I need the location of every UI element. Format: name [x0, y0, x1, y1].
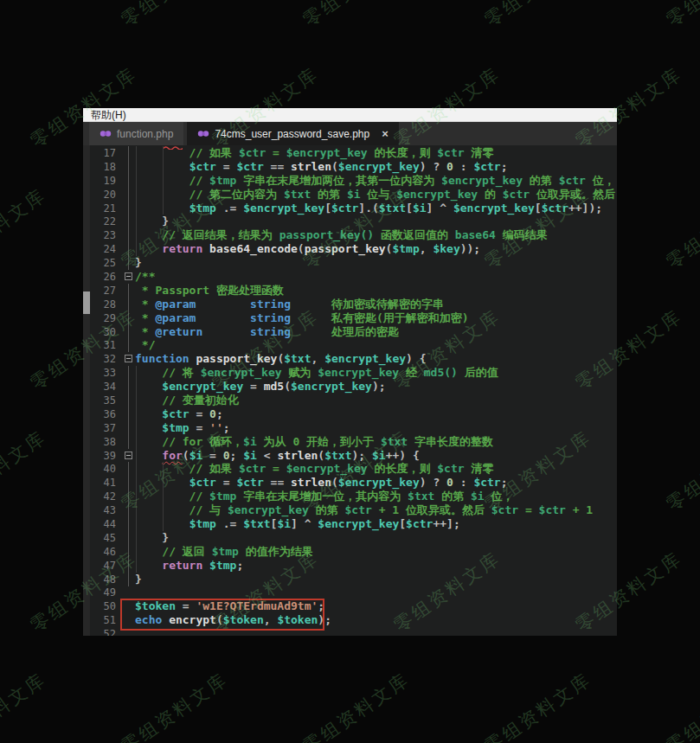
- code-line[interactable]: 22 }: [90, 215, 617, 228]
- code-text: echo encrypt($token, $token);: [135, 613, 331, 627]
- line-number: 28: [90, 298, 123, 311]
- fold-guide: [123, 531, 135, 545]
- watermark-text: 零组资料文库: [480, 0, 596, 32]
- code-line[interactable]: 42 // $tmp 字串在末尾增加一位，其内容为 $txt 的第 $i 位，: [90, 490, 617, 503]
- code-line[interactable]: 35 // 变量初始化: [90, 394, 617, 407]
- code-line[interactable]: 36 $ctr = 0;: [90, 407, 617, 421]
- fold-guide: [123, 462, 135, 476]
- line-number: 25: [90, 257, 123, 269]
- code-line[interactable]: 51echo encrypt($token, $token);: [90, 613, 617, 627]
- php-file-icon: [197, 129, 209, 138]
- fold-guide: [123, 503, 135, 517]
- line-number: 36: [90, 408, 123, 420]
- code-line[interactable]: 38 // for 循环，$i 为从 0 开始，到小于 $txt 字串长度的整数: [90, 435, 617, 449]
- code-line[interactable]: 49: [90, 586, 617, 600]
- code-editor[interactable]: 17 // 如果 $ctr = $encrypt_key 的长度，则 $ctr …: [83, 145, 617, 636]
- tab-bar: function.php 74cms_user_password_save.ph…: [83, 122, 617, 145]
- code-line[interactable]: 50$token = 'w1E?QTErdmuAd9tm';: [90, 599, 617, 613]
- line-number: 50: [90, 600, 123, 612]
- fold-collapse-icon[interactable]: [123, 352, 135, 366]
- line-number: 51: [90, 614, 123, 626]
- fold-guide: [123, 573, 135, 586]
- fold-collapse-icon[interactable]: [123, 449, 135, 463]
- code-line[interactable]: 48}: [90, 573, 617, 586]
- fold-collapse-icon[interactable]: [123, 270, 135, 284]
- watermark-text: 零组资料文库: [0, 667, 51, 743]
- tab-74cms-user-password-save-php[interactable]: 74cms_user_password_save.php ×: [187, 122, 398, 145]
- code-line[interactable]: 52: [90, 627, 617, 636]
- line-number: 44: [90, 518, 123, 530]
- code-text: // 返回结果，结果为 passport_key() 函数返回值的 base64…: [135, 228, 548, 242]
- fold-guide: [123, 586, 135, 600]
- line-number: 33: [90, 367, 123, 379]
- code-line[interactable]: 25}: [90, 256, 617, 270]
- code-line[interactable]: 31 */: [90, 338, 617, 352]
- line-number: 46: [90, 546, 123, 558]
- code-text: }: [135, 531, 169, 545]
- code-line[interactable]: 26/**: [90, 270, 617, 284]
- code-text: */: [135, 338, 155, 352]
- code-line[interactable]: 39 for($i = 0; $i < strlen($txt); $i++) …: [90, 449, 617, 463]
- fold-guide: [123, 517, 135, 531]
- fold-guide: [123, 242, 135, 256]
- line-number: 48: [90, 573, 123, 586]
- code-text: for($i = 0; $i < strlen($txt); $i++) {: [135, 449, 420, 463]
- code-text: * Passport 密匙处理函数: [135, 284, 284, 298]
- code-line[interactable]: 17 // 如果 $ctr = $encrypt_key 的长度，则 $ctr …: [90, 146, 617, 160]
- code-line[interactable]: 44 $tmp .= $txt[$i] ^ $encrypt_key[$ctr+…: [90, 517, 617, 531]
- code-line[interactable]: 46 // 返回 $tmp 的值作为结果: [90, 545, 617, 559]
- line-number: 37: [90, 422, 123, 434]
- code-line[interactable]: 43 // 与 $encrypt_key 的第 $ctr + 1 位取异或。然后…: [90, 503, 617, 517]
- fold-guide: [123, 202, 135, 215]
- line-number: 42: [90, 490, 123, 503]
- code-line[interactable]: 40 // 如果 $ctr = $encrypt_key 的长度，则 $ctr …: [90, 462, 617, 476]
- code-text: }: [135, 215, 169, 228]
- scrollbar-thumb[interactable]: [83, 291, 90, 314]
- tab-label: function.php: [117, 128, 173, 140]
- fold-guide: [123, 325, 135, 339]
- fold-guide: [123, 146, 135, 160]
- line-number: 41: [90, 477, 123, 489]
- line-number: 19: [90, 175, 123, 187]
- code-line[interactable]: 24 return base64_encode(passport_key($tm…: [90, 242, 617, 256]
- fold-guide: [123, 394, 135, 407]
- code-text: return $tmp;: [135, 559, 243, 573]
- watermark-text: 零组资料文库: [0, 425, 51, 516]
- menu-item-help[interactable]: 帮助(H): [87, 108, 130, 122]
- code-line[interactable]: 37 $tmp = '';: [90, 421, 617, 435]
- code-line[interactable]: 33 // 将 $encrypt_key 赋为 $encrypt_key 经 m…: [90, 366, 617, 380]
- tab-function-php[interactable]: function.php: [89, 122, 183, 145]
- code-text: // $tmp 字串在末尾增加两位，其第一位内容为 $encrypt_key 的…: [135, 174, 615, 188]
- fold-guide: [123, 298, 135, 311]
- line-number: 17: [90, 147, 123, 159]
- left-scrollbar-track[interactable]: [83, 145, 90, 636]
- code-line[interactable]: 20 // 第二位内容为 $txt 的第 $i 位与 $encrypt_key …: [90, 188, 617, 202]
- code-text: // 如果 $ctr = $encrypt_key 的长度，则 $ctr 清零: [135, 146, 493, 160]
- code-line[interactable]: 45 }: [90, 531, 617, 545]
- code-text: return base64_encode(passport_key($tmp, …: [135, 242, 480, 256]
- code-line[interactable]: 41 $ctr = $ctr == strlen($encrypt_key) ?…: [90, 476, 617, 490]
- code-text: $ctr = $ctr == strlen($encrypt_key) ? 0 …: [135, 476, 508, 490]
- code-line[interactable]: 27 * Passport 密匙处理函数: [90, 284, 617, 298]
- code-line[interactable]: 32function passport_key($txt, $encrypt_k…: [90, 352, 617, 366]
- fold-guide: [123, 284, 135, 298]
- line-number: 23: [90, 229, 123, 241]
- code-line[interactable]: 19 // $tmp 字串在末尾增加两位，其第一位内容为 $encrypt_ke…: [90, 174, 617, 188]
- editor-window: 帮助(H) function.php 74cms_user_password_s…: [83, 108, 617, 636]
- close-tab-icon[interactable]: ×: [382, 128, 389, 139]
- code-text: $ctr = 0;: [135, 407, 223, 421]
- code-text: // $tmp 字串在末尾增加一位，其内容为 $txt 的第 $i 位，: [135, 490, 514, 503]
- code-line[interactable]: 30 * @return string 处理后的密匙: [90, 325, 617, 339]
- watermark-text: 零组资料文库: [662, 425, 700, 516]
- code-text: // 与 $encrypt_key 的第 $ctr + 1 位取异或。然后 $c…: [135, 503, 593, 517]
- code-line[interactable]: 29 * @param string 私有密匙(用于解密和加密): [90, 311, 617, 325]
- code-line[interactable]: 34 $encrypt_key = md5($encrypt_key);: [90, 380, 617, 394]
- code-line[interactable]: 21 $tmp .= $encrypt_key[$ctr].($txt[$i] …: [90, 202, 617, 215]
- fold-guide: [123, 421, 135, 435]
- line-number: 27: [90, 285, 123, 297]
- code-line[interactable]: 18 $ctr = $ctr == strlen($encrypt_key) ?…: [90, 160, 617, 174]
- code-text: function passport_key($txt, $encrypt_key…: [135, 352, 427, 366]
- code-line[interactable]: 23 // 返回结果，结果为 passport_key() 函数返回值的 bas…: [90, 228, 617, 242]
- code-line[interactable]: 28 * @param string 待加密或待解密的字串: [90, 298, 617, 311]
- code-line[interactable]: 47 return $tmp;: [90, 559, 617, 573]
